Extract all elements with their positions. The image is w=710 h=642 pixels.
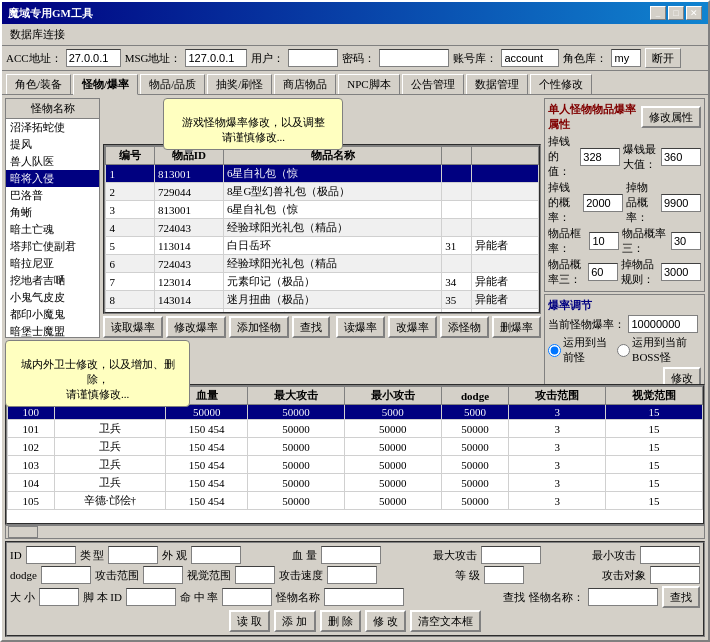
type-input[interactable]: [108, 546, 158, 564]
min-atk-input[interactable]: [640, 546, 700, 564]
speed-input[interactable]: [327, 566, 377, 584]
close-button[interactable]: ✕: [686, 6, 702, 20]
modify-edit-button[interactable]: 修 改: [365, 610, 406, 632]
read2-button[interactable]: 读爆率: [336, 316, 385, 338]
table-row[interactable]: 3 813001 6星自礼包（惊: [106, 201, 539, 219]
list-item[interactable]: 暗将入侵: [6, 170, 99, 187]
search-button[interactable]: 查找: [292, 316, 330, 338]
gcell-hp: 150 454: [166, 456, 248, 474]
table-row[interactable]: 100 50000 50000 5000 5000 3 15: [8, 405, 703, 420]
table-row[interactable]: 104 卫兵 150 454 50000 50000 50000 3 15: [8, 474, 703, 492]
list-item[interactable]: 兽人队医: [6, 153, 99, 170]
add-button[interactable]: 添 加: [274, 610, 315, 632]
appearance-input[interactable]: [191, 546, 241, 564]
dodge-input[interactable]: [41, 566, 91, 584]
list-item[interactable]: 挖地者吉嗮: [6, 272, 99, 289]
msg-input[interactable]: [185, 49, 247, 67]
clear-button[interactable]: 清空文本框: [410, 610, 481, 632]
table-row[interactable]: 103 卫兵 150 454 50000 50000 50000 3 15: [8, 456, 703, 474]
atk-range-input[interactable]: [143, 566, 183, 584]
list-item[interactable]: 都印小魔鬼: [6, 306, 99, 323]
list-item[interactable]: 小鬼气皮皮: [6, 289, 99, 306]
modify2-button[interactable]: 改爆率: [388, 316, 437, 338]
menu-item-db[interactable]: 数据库连接: [6, 26, 69, 43]
explosion-current-input[interactable]: [628, 315, 698, 333]
acc-input[interactable]: [66, 49, 121, 67]
role-label: 角色库：: [563, 51, 607, 66]
table-row[interactable]: 8 143014 迷月扭曲（极品） 35 异能者: [106, 291, 539, 309]
max-atk-input[interactable]: [481, 546, 541, 564]
item-pct3-input[interactable]: [588, 263, 618, 281]
hp-input[interactable]: [321, 546, 381, 564]
add-monster-button[interactable]: 添加怪物: [229, 316, 289, 338]
list-item[interactable]: 暗堡士魔盟: [6, 323, 99, 337]
item-pct-input[interactable]: [671, 232, 701, 250]
cell-note: 异能者: [472, 273, 539, 291]
item-rule-input[interactable]: [661, 263, 701, 281]
target-input[interactable]: [650, 566, 700, 584]
size-input[interactable]: [39, 588, 79, 606]
tab-character[interactable]: 角色/装备: [6, 74, 71, 94]
list-item[interactable]: 提风: [6, 136, 99, 153]
level-input[interactable]: [484, 566, 524, 584]
table-row[interactable]: 5 113014 白日岳环 31 异能者: [106, 237, 539, 255]
list-item[interactable]: 角蜥: [6, 204, 99, 221]
horizontal-scrollbar[interactable]: [5, 525, 705, 539]
list-item[interactable]: 沼泽拓蛇使: [6, 119, 99, 136]
script-input[interactable]: [126, 588, 176, 606]
cell-id: 123014: [154, 273, 223, 291]
death-rate-input[interactable]: [222, 588, 272, 606]
table-row[interactable]: 102 卫兵 150 454 50000 50000 50000 3 15: [8, 438, 703, 456]
table-row[interactable]: 6 724043 经验球阳光礼包（精品: [106, 255, 539, 273]
tab-shop[interactable]: 商店物品: [274, 74, 336, 94]
id-input[interactable]: [26, 546, 76, 564]
tab-notice[interactable]: 公告管理: [402, 74, 464, 94]
search-monster-input[interactable]: [588, 588, 658, 606]
read-rate-button[interactable]: 读取爆率: [103, 316, 163, 338]
tab-monster[interactable]: 怪物/爆率: [73, 74, 138, 95]
delete-edit-button[interactable]: 删 除: [320, 610, 361, 632]
list-item[interactable]: 暗拉尼亚: [6, 255, 99, 272]
max-drop-input[interactable]: [661, 148, 701, 166]
maximize-button[interactable]: □: [668, 6, 684, 20]
list-item[interactable]: 巴洛普: [6, 187, 99, 204]
table-row[interactable]: 7 123014 元素印记（极品） 34 异能者: [106, 273, 539, 291]
minimize-button[interactable]: _: [650, 6, 666, 20]
list-item[interactable]: 塔邦亡使副君: [6, 238, 99, 255]
add2-button[interactable]: 添怪物: [440, 316, 489, 338]
gcol-dodge: dodge: [441, 387, 509, 405]
monster-name-input[interactable]: [324, 588, 404, 606]
table-row[interactable]: 4 724043 经验球阳光礼包（精品）: [106, 219, 539, 237]
item-drop-input[interactable]: [661, 194, 701, 212]
connect-button[interactable]: 断开: [645, 48, 681, 68]
item-min-input[interactable]: [589, 232, 619, 250]
tab-item[interactable]: 物品/品质: [140, 74, 205, 94]
tab-npc[interactable]: NPC脚本: [338, 74, 399, 94]
search-monster-button[interactable]: 查找: [662, 586, 700, 608]
db-input[interactable]: [501, 49, 559, 67]
modify-attrs-button[interactable]: 修改属性: [641, 106, 701, 128]
user-input[interactable]: [288, 49, 338, 67]
role-input[interactable]: [611, 49, 641, 67]
drop-value-input[interactable]: [580, 148, 620, 166]
monster-list[interactable]: 沼泽拓蛇使 提风 兽人队医 暗将入侵 巴洛普 角蜥 暗土亡魂 塔邦亡使副君 暗拉…: [6, 119, 99, 337]
table-row[interactable]: 9 724043 经验球阳光礼包（精品）: [106, 309, 539, 315]
cell-note: [472, 183, 539, 201]
pwd-input[interactable]: [379, 49, 449, 67]
delete-button[interactable]: 删爆率: [492, 316, 541, 338]
explosion-current-label: 当前怪物爆率：: [548, 317, 625, 332]
drop-rate-input[interactable]: [583, 194, 623, 212]
read-button[interactable]: 读 取: [229, 610, 270, 632]
modify-rate-button[interactable]: 修改爆率: [166, 316, 226, 338]
vis-range-input[interactable]: [235, 566, 275, 584]
tab-personal[interactable]: 个性修改: [530, 74, 592, 94]
tabs-bar: 角色/装备 怪物/爆率 物品/品质 抽奖/刷怪 商店物品 NPC脚本 公告管理 …: [2, 71, 708, 95]
table-row[interactable]: 1 813001 6星自礼包（惊: [106, 165, 539, 183]
list-item[interactable]: 暗土亡魂: [6, 221, 99, 238]
table-row[interactable]: 101 卫兵 150 454 50000 50000 50000 3 15: [8, 420, 703, 438]
table-row[interactable]: 2 729044 8星G型幻兽礼包（极品）: [106, 183, 539, 201]
table-row[interactable]: 105 辛德·邙侩† 150 454 50000 50000 50000 3 1…: [8, 492, 703, 510]
cell-extra: 31: [442, 237, 472, 255]
tab-lottery[interactable]: 抽奖/刷怪: [207, 74, 272, 94]
tab-data[interactable]: 数据管理: [466, 74, 528, 94]
